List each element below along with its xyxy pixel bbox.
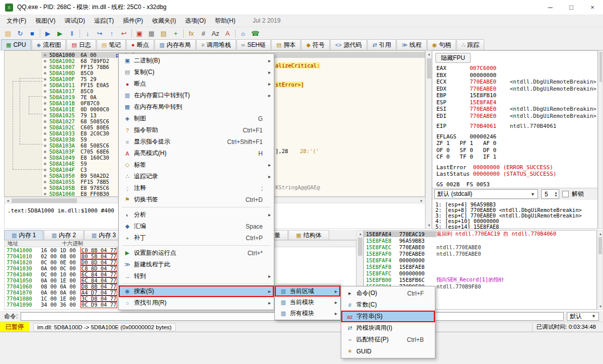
register-row[interactable]: LastStatus 00000000 (STATUS_SUCCESS) xyxy=(436,171,596,178)
menu-item-command[interactable]: ▸命令(O)Ctrl+F xyxy=(341,287,435,299)
tab-trace[interactable]: ∴跟踪 xyxy=(457,39,484,50)
menu-item-patch[interactable]: +补丁Ctrl+P xyxy=(119,232,274,244)
menu-item-intermodular-calls[interactable]: ⇄跨模块调用(I) xyxy=(341,322,435,334)
step-back-icon[interactable]: ↩ xyxy=(118,28,130,39)
scroll-thumb[interactable] xyxy=(12,198,77,203)
menu-item-follow-in-dump[interactable]: ▥在内存窗口中转到(T)▸ xyxy=(119,90,274,101)
menu-item-pattern[interactable]: ≈匹配特征(P)Ctrl+B xyxy=(341,334,435,345)
menu-trace[interactable]: 追踪(T) xyxy=(90,15,118,27)
menu-item-binary[interactable]: ▣二进制(B)▸ xyxy=(119,55,274,66)
register-row[interactable]: OF 0 SF 0 DF 0 xyxy=(436,147,596,154)
tab-seh[interactable]: ∞SEH链 xyxy=(237,39,271,50)
menu-view[interactable]: 视图(V) xyxy=(31,15,60,27)
run-alt-icon[interactable]: ▶ xyxy=(54,28,66,39)
register-row[interactable]: EBX 00000000 xyxy=(436,72,596,79)
scroll-up-icon[interactable]: ▴ xyxy=(357,231,364,237)
register-row[interactable]: GS 002B FS 0053 xyxy=(436,181,596,188)
menu-item-current-region[interactable]: ▥当前区域▸ xyxy=(275,285,340,297)
minimize-button[interactable]: ─ xyxy=(540,0,561,15)
tab-graph[interactable]: ◈流程图 xyxy=(32,39,66,50)
register-row[interactable]: EFLAGS 00000246 xyxy=(436,133,596,140)
menu-item-breakpoint[interactable]: ●断点▸ xyxy=(119,78,274,90)
stack-row[interactable]: 15E8FAEC770EABE0ntdll.770EABE0 xyxy=(364,244,596,250)
tab-threads[interactable]: ≫线程 xyxy=(397,39,427,50)
tab-dump-2[interactable]: ▥内存 2 xyxy=(44,230,83,240)
menu-item-guid[interactable]: ∗GUID xyxy=(341,345,435,357)
step-into-icon[interactable]: ↓ xyxy=(82,28,94,39)
register-row[interactable]: EIP 770B4061 ntdll.770B4061 xyxy=(436,123,596,130)
stack-scrollbar[interactable]: ▴ ▾ xyxy=(597,230,603,310)
menu-item-goto[interactable]: →转到▸ xyxy=(119,270,274,282)
menu-item-comment[interactable]: ;注释; xyxy=(119,182,274,194)
command-profile-select[interactable]: 默认▼ xyxy=(567,312,599,321)
script-icon[interactable]: ▤ xyxy=(158,28,170,39)
support-icon[interactable]: ☎ xyxy=(249,28,261,39)
menu-item-trace-record[interactable]: ∴追踪记录▸ xyxy=(119,171,274,182)
spin-down-icon[interactable]: ▼ xyxy=(554,194,558,197)
register-row[interactable]: EBP 15E8FB10 xyxy=(436,92,596,99)
tab-breakpoints[interactable]: ●断点 xyxy=(126,39,154,50)
open-file-icon[interactable]: ▤ xyxy=(2,28,14,39)
tab-notes[interactable]: ▤笔记 xyxy=(97,39,126,50)
tab-handles[interactable]: ◉句柄 xyxy=(427,39,457,50)
stack-row[interactable]: 15E8FAE896A59BB3 xyxy=(364,237,596,244)
run-to-return-icon[interactable]: ↑ xyxy=(106,28,118,39)
tab-source[interactable]: <>源代码 xyxy=(330,39,367,50)
menu-item-analysis[interactable]: ◐分析▸ xyxy=(119,209,274,221)
stop-icon[interactable]: ■ xyxy=(26,28,38,39)
tab-dump-3[interactable]: ▥内存 3 xyxy=(84,230,123,240)
stack-arg-row[interactable]: 5: [esp+14] 15E8FAE8 xyxy=(435,224,582,229)
calling-convention-select[interactable]: 默认 (stdcall)▼ xyxy=(434,189,538,199)
register-row[interactable]: LastError 00000000 (ERROR_SUCCESS) xyxy=(436,164,596,171)
run-icon[interactable]: ▶ xyxy=(42,28,54,39)
register-row[interactable]: ZF 1 PF 1 AF 0 xyxy=(436,140,596,147)
menu-item-label[interactable]: ◇标签▸ xyxy=(119,159,274,171)
menu-item-string-references[interactable]: az字符串(S) xyxy=(341,311,435,322)
stack-row[interactable]: 15E8FB0015E8FB6C指向SEH_Record[1]的指针 xyxy=(364,276,596,283)
menu-item-create-thread-here[interactable]: ≫新建线程于此 xyxy=(119,259,274,270)
registers-scrollbar[interactable] xyxy=(598,50,603,229)
tab-struct[interactable]: ▦结构体 xyxy=(288,230,329,240)
menu-item-highlighting-mode[interactable]: A高亮模式(H)H xyxy=(119,148,274,159)
memory-map-icon[interactable]: ▦ xyxy=(145,28,158,39)
az-icon[interactable]: Az xyxy=(209,28,221,39)
menu-options[interactable]: 选项(O) xyxy=(181,15,210,27)
unlock-checkbox[interactable] xyxy=(562,191,569,197)
tab-log[interactable]: ▤日志 xyxy=(66,39,96,50)
register-row[interactable] xyxy=(436,130,596,133)
tab-script[interactable]: ▤脚本 xyxy=(271,39,300,50)
argument-count-stepper[interactable]: 5 ▲ ▼ xyxy=(541,189,559,199)
close-button[interactable]: × xyxy=(582,0,603,15)
menu-item-set-new-origin[interactable]: ▶设置新的运行点Ctrl+* xyxy=(119,247,274,259)
hash-icon[interactable]: # xyxy=(197,28,209,39)
register-row[interactable]: CF 0 TF 0 IF 1 xyxy=(436,154,596,161)
restart-icon[interactable]: ↻ xyxy=(14,28,26,39)
stack-row[interactable]: 15E8FAFC00000000 xyxy=(364,270,596,276)
register-row[interactable]: EAX 007C6000 xyxy=(436,65,596,72)
menu-plugins[interactable]: 插件(P) xyxy=(118,15,147,27)
record-trace-icon[interactable]: ▣ xyxy=(133,28,145,39)
register-row[interactable]: ESI 770EABE0 <ntdll.DbgUiRemoteBreakin> xyxy=(436,106,596,113)
stack-row[interactable]: 15E8FAE4770EAC19返回到 ntdll.770EAC19 自 ntd… xyxy=(364,231,596,237)
menu-item-instruction-help[interactable]: ?指令帮助Ctrl+F1 xyxy=(119,124,274,136)
menu-item-constant[interactable]: #常数(C) xyxy=(341,299,435,311)
stack-row[interactable]: 15E8FAF0770EABE0ntdll.770EABE0 xyxy=(364,250,596,257)
disasm-vscrollbar[interactable]: ▴ ▾ xyxy=(425,50,432,229)
register-row[interactable]: EDI 770EABE0 <ntdll.DbgUiRemoteBreakin> xyxy=(436,113,596,120)
menu-item-follow-in-memory-map[interactable]: ▦在内存布局中转到 xyxy=(119,101,274,113)
settings-icon[interactable]: ☼ xyxy=(237,28,249,39)
tab-cpu[interactable]: ▦CPU xyxy=(1,39,31,50)
menu-item-show-mnemonic-brief[interactable]: ≡显示指令提示Ctrl+Shift+F1 xyxy=(119,136,274,148)
register-row[interactable] xyxy=(436,178,596,181)
menu-item-graph[interactable]: ◈制图G xyxy=(119,113,274,124)
menu-debug[interactable]: 调试(D) xyxy=(60,15,90,27)
menu-favourites[interactable]: 收藏夹(I) xyxy=(147,15,180,27)
step-over-icon[interactable]: ↪ xyxy=(94,28,106,39)
scroll-up-icon[interactable]: ▴ xyxy=(597,231,603,237)
tab-references[interactable]: ⇄引用 xyxy=(367,39,396,50)
highlight-icon[interactable]: A xyxy=(221,28,234,39)
stack-row[interactable]: 15E8FAF815E8FAE8 xyxy=(364,263,596,270)
tab-call-stack[interactable]: ≡调用堆栈 xyxy=(196,39,236,50)
scroll-thumb[interactable] xyxy=(427,58,431,79)
pause-icon[interactable]: ‖ xyxy=(66,28,78,39)
